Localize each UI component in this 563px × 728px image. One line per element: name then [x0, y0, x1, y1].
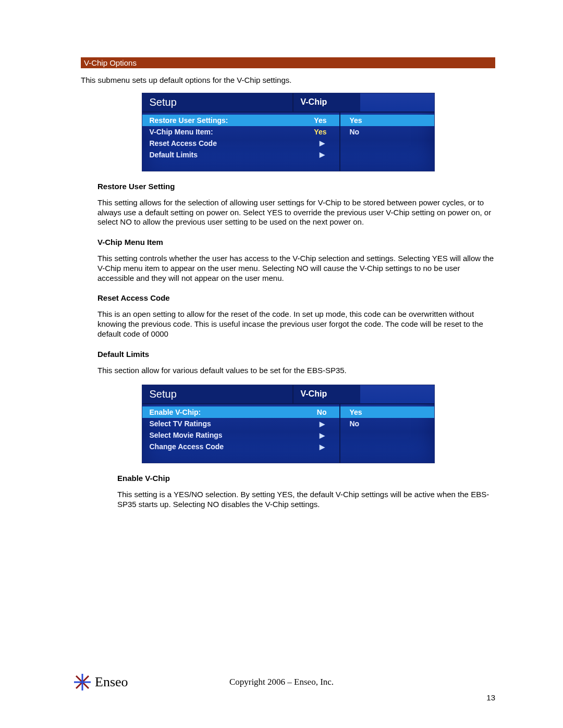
osd-rows-container: Restore User Settings:YesV-Chip Menu Ite… [142, 113, 340, 171]
star-icon [73, 673, 92, 692]
svg-point-4 [81, 681, 84, 684]
osd-row-label: Select TV Ratings [150, 419, 211, 428]
osd-row-label: Change Access Code [150, 442, 224, 451]
osd-row[interactable]: Restore User Settings:Yes [142, 115, 339, 126]
osd-breadcrumb: V-Chip [293, 385, 360, 404]
chevron-right-icon: ▶ [320, 151, 332, 158]
osd-rows-container: Enable V-Chip:NoSelect TV Ratings▶Select… [142, 404, 340, 463]
intro-text: This submenu sets up default options for… [81, 76, 495, 85]
osd-row[interactable]: Change Access Code▶ [142, 441, 339, 452]
osd-row-value: No [317, 408, 332, 416]
vchipmenu-body: This setting controls whether the user h… [97, 254, 495, 283]
enable-heading: Enable V-Chip [117, 474, 495, 483]
logo-text: Enseo [95, 674, 128, 690]
osd-row[interactable]: Select Movie Ratings▶ [142, 429, 339, 441]
osd-breadcrumb: V-Chip [293, 93, 360, 113]
osd-row[interactable]: Enable V-Chip:No [142, 406, 339, 418]
osd-menu-default-limits: Setup V-Chip Enable V-Chip:NoSelect TV R… [142, 385, 435, 463]
document-page: V-Chip Options This submenu sets up defa… [0, 0, 563, 728]
osd-row-label: Select Movie Ratings [150, 431, 223, 439]
osd-row-label: Reset Access Code [150, 139, 217, 147]
osd-options-container: YesNo [340, 404, 434, 463]
copyright-text: Copyright 2006 – Enseo, Inc. [229, 677, 334, 687]
osd-row-label: Restore User Settings: [150, 116, 228, 125]
chevron-right-icon: ▶ [320, 420, 332, 428]
osd-option[interactable]: No [340, 126, 434, 138]
osd-spacer [360, 385, 434, 404]
chevron-right-icon: ▶ [320, 139, 332, 147]
chevron-right-icon: ▶ [320, 443, 332, 451]
section-header: V-Chip Options [81, 57, 495, 68]
page-number: 13 [486, 693, 495, 702]
osd-menu-vchip-options: Setup V-Chip Restore User Settings:YesV-… [142, 93, 435, 171]
osd-row-value: Yes [314, 116, 332, 125]
osd-setup-label: Setup [142, 385, 293, 404]
page-footer: Enseo Copyright 2006 – Enseo, Inc. [0, 673, 563, 692]
osd-row-label: V-Chip Menu Item: [150, 128, 213, 136]
osd-row-label: Enable V-Chip: [150, 408, 201, 416]
osd-setup-label: Setup [142, 93, 293, 113]
default-body: This section allow for various default v… [97, 366, 495, 376]
reset-heading: Reset Access Code [97, 293, 495, 302]
osd-row[interactable]: Reset Access Code▶ [142, 138, 339, 149]
osd-row[interactable]: Default Limits▶ [142, 149, 339, 161]
default-heading: Default Limits [97, 350, 495, 359]
reset-body: This is an open setting to allow for the… [97, 310, 495, 339]
osd-row-value: Yes [314, 128, 332, 136]
restore-heading: Restore User Setting [97, 182, 495, 191]
osd-spacer [360, 93, 434, 113]
restore-body: This setting allows for the selection of… [97, 198, 495, 227]
chevron-right-icon: ▶ [320, 431, 332, 439]
osd-option[interactable]: Yes [340, 115, 434, 126]
company-logo: Enseo [73, 673, 128, 692]
osd-option[interactable]: Yes [340, 406, 434, 418]
enable-body: This setting is a YES/NO selection. By s… [117, 490, 495, 510]
osd-row[interactable]: V-Chip Menu Item:Yes [142, 126, 339, 138]
vchipmenu-heading: V-Chip Menu Item [97, 238, 495, 246]
osd-options-container: YesNo [340, 113, 434, 171]
osd-row-label: Default Limits [150, 151, 198, 159]
osd-option[interactable]: No [340, 418, 434, 429]
osd-row[interactable]: Select TV Ratings▶ [142, 418, 339, 429]
